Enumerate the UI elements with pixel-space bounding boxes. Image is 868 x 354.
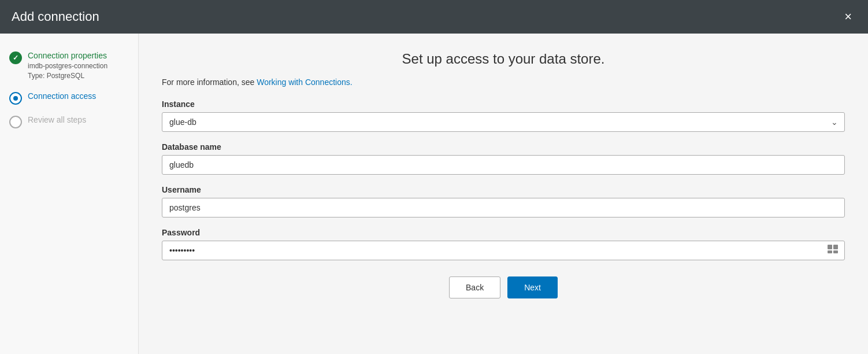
step-label-connection-access: Connection access [28, 91, 129, 101]
password-input[interactable] [162, 241, 845, 260]
username-label: Username [162, 185, 845, 194]
username-input[interactable] [162, 198, 845, 217]
svg-rect-0 [828, 245, 832, 249]
step-icon-review-all-steps [9, 116, 22, 128]
form-actions: Back Next [162, 276, 845, 298]
instance-label: Instance [162, 99, 845, 109]
info-text: For more information, see Working with C… [162, 78, 845, 87]
username-group: Username [162, 185, 845, 217]
modal-container: Add connection × Connection properties i… [0, 0, 868, 354]
database-name-group: Database name [162, 142, 845, 175]
next-button[interactable]: Next [507, 276, 558, 298]
instance-select[interactable]: glue-db [162, 112, 845, 132]
step-icon-connection-properties [9, 51, 22, 64]
close-button[interactable]: × [840, 8, 856, 25]
svg-rect-3 [833, 250, 838, 253]
step-info-connection-access: Connection access [28, 91, 129, 101]
svg-rect-1 [833, 245, 838, 249]
database-name-label: Database name [162, 142, 845, 152]
sidebar-item-review-all-steps[interactable]: Review all steps [9, 115, 129, 128]
password-label: Password [162, 228, 845, 237]
info-link[interactable]: Working with Connections. [257, 78, 352, 87]
database-name-input[interactable] [162, 155, 845, 175]
sidebar-item-connection-properties[interactable]: Connection properties imdb-postgres-conn… [9, 51, 129, 81]
password-group: Password [162, 228, 845, 260]
step-label-connection-properties: Connection properties [28, 51, 129, 60]
step-sublabel-connection-properties: imdb-postgres-connection Type: PostgreSQ… [28, 61, 129, 81]
show-password-icon[interactable] [828, 245, 839, 256]
step-icon-connection-access [9, 92, 22, 105]
content-area: Set up access to your data store. For mo… [139, 34, 868, 354]
sidebar-item-connection-access[interactable]: Connection access [9, 91, 129, 105]
modal-header: Add connection × [0, 0, 868, 34]
back-button[interactable]: Back [449, 276, 500, 298]
sidebar: Connection properties imdb-postgres-conn… [0, 34, 139, 354]
page-title: Set up access to your data store. [162, 51, 845, 67]
instance-group: Instance glue-db ⌄ [162, 99, 845, 132]
instance-select-wrapper: glue-db ⌄ [162, 112, 845, 132]
svg-rect-2 [828, 250, 832, 253]
modal-title: Add connection [12, 9, 99, 24]
modal-body: Connection properties imdb-postgres-conn… [0, 34, 868, 354]
step-label-review-all-steps: Review all steps [28, 115, 129, 124]
step-info-review-all-steps: Review all steps [28, 115, 129, 124]
step-info-connection-properties: Connection properties imdb-postgres-conn… [28, 51, 129, 81]
password-input-wrapper [162, 241, 845, 260]
